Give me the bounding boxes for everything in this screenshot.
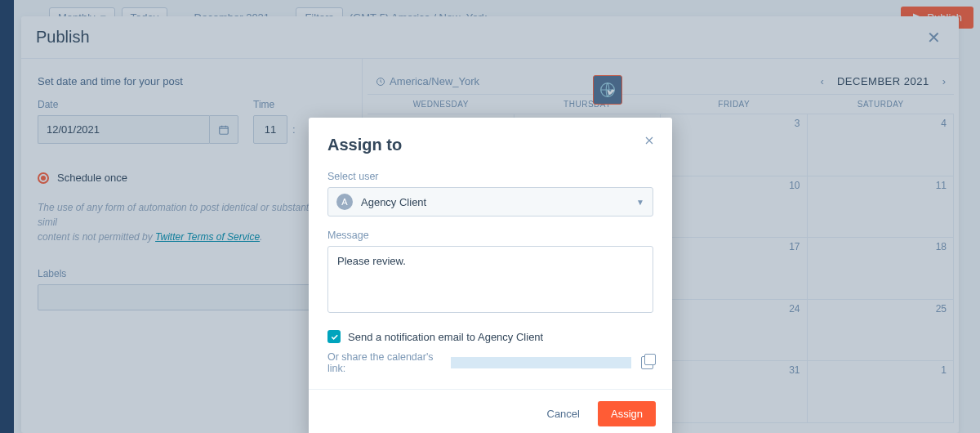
share-link-prefix: Or share the calendar's link: [327,351,446,374]
assign-modal: Assign to Select user A Agency Client ▼ … [309,118,672,433]
notify-label: Send a notification email to Agency Clie… [348,331,543,343]
notify-checkbox[interactable] [327,330,341,343]
cancel-button[interactable]: Cancel [534,401,593,426]
share-link[interactable] [451,357,631,368]
select-user-label: Select user [327,171,653,182]
user-select[interactable]: A Agency Client ▼ [327,187,653,216]
message-textarea[interactable] [327,246,653,313]
modal-close-icon[interactable] [639,131,659,153]
avatar: A [336,194,353,210]
assign-button[interactable]: Assign [598,401,656,426]
user-select-value: Agency Client [361,196,426,208]
chevron-down-icon: ▼ [636,198,644,207]
copy-icon[interactable] [641,356,653,369]
modal-title: Assign to [327,136,653,154]
message-label: Message [327,230,653,241]
